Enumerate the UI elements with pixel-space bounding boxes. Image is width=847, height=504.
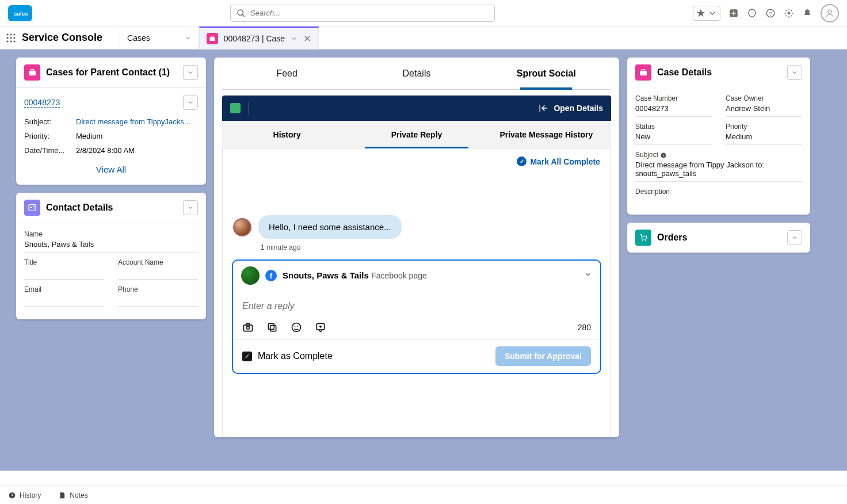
mark-all-label: Mark All Complete [530, 157, 600, 166]
svg-point-28 [292, 323, 301, 332]
orders-card: Orders [627, 223, 810, 253]
priority-label: Priority [726, 123, 802, 131]
info-icon[interactable]: i [660, 152, 667, 159]
subject-label: Subject i [635, 151, 802, 159]
svg-rect-26 [268, 323, 274, 329]
app-name: Service Console [22, 32, 120, 44]
user-avatar[interactable] [821, 4, 839, 22]
utility-history[interactable]: History [8, 491, 41, 499]
title-label: Title [24, 258, 104, 266]
chevron-down-icon [707, 8, 718, 18]
reply-profile-selector[interactable] [584, 270, 592, 281]
open-details-label: Open Details [554, 104, 603, 113]
case-details-title: Case Details [657, 67, 781, 78]
reply-from-name: Snouts, Paws & Tails [283, 270, 369, 280]
open-details-button[interactable]: Open Details [539, 103, 603, 113]
chevron-down-icon[interactable] [185, 35, 192, 41]
contact-details-card: Contact Details Name Snouts, Paws & Tail… [16, 193, 206, 319]
tab-sprout-social[interactable]: Sprout Social [482, 58, 611, 89]
close-tab-icon[interactable] [303, 35, 311, 43]
reply-text-input[interactable] [242, 301, 591, 311]
notifications-bell-icon[interactable] [802, 8, 812, 18]
orders-icon [635, 230, 651, 246]
subject-value[interactable]: Direct message from TippyJacks... [76, 117, 190, 126]
copy-icon[interactable] [266, 322, 278, 333]
saved-reply-icon[interactable] [315, 322, 326, 333]
account-value [118, 268, 198, 280]
description-label: Description [635, 188, 802, 196]
svg-point-1 [238, 10, 243, 15]
mark-all-complete-button[interactable]: ✓ Mark All Complete [517, 156, 600, 166]
subtab-pm-history[interactable]: Private Message History [482, 121, 611, 148]
svg-point-29 [295, 326, 296, 327]
utility-notes[interactable]: Notes [58, 491, 87, 499]
search-input[interactable] [250, 9, 489, 17]
svg-text:?: ? [769, 10, 773, 16]
svg-point-36 [642, 240, 643, 241]
main-detail-card: Feed Details Sprout Social Open Details … [214, 58, 619, 437]
star-icon [696, 8, 706, 18]
tab-feed[interactable]: Feed [222, 58, 352, 89]
svg-rect-27 [270, 326, 276, 331]
status-value: New [635, 132, 712, 145]
nav-tab-cases[interactable]: Cases [120, 26, 199, 49]
help-icon[interactable]: ? [765, 8, 776, 18]
subject-value: Direct message from Tippy Jackson to: sn… [635, 161, 802, 182]
chevron-down-icon [584, 270, 592, 278]
add-icon[interactable] [728, 8, 739, 18]
case-icon [24, 64, 40, 81]
main-tabs: Feed Details Sprout Social [222, 58, 611, 90]
facebook-icon: f [265, 270, 277, 281]
utility-history-label: History [20, 491, 41, 499]
chevron-down-icon[interactable] [291, 35, 297, 42]
case-number-link[interactable]: 00048273 [24, 98, 60, 108]
global-search[interactable] [230, 5, 495, 22]
submit-approval-button[interactable]: Submit for Approval [495, 346, 591, 366]
private-reply-pane: ✓ Mark All Complete Hello, I need some a… [222, 148, 611, 437]
app-launcher-icon[interactable] [0, 33, 22, 43]
svg-rect-20 [30, 70, 33, 71]
mark-complete-label: Mark as Complete [258, 351, 333, 361]
tab-details[interactable]: Details [352, 58, 481, 89]
check-circle-icon: ✓ [517, 156, 526, 166]
char-count: 280 [578, 323, 591, 332]
contact-card-title: Contact Details [46, 203, 177, 213]
reply-composer: f Snouts, Paws & Tails Facebook page [232, 259, 601, 374]
priority-value: Medium [726, 132, 802, 145]
favorites-list-button[interactable] [693, 6, 720, 21]
reply-profile-avatar [241, 266, 260, 285]
workspace-tab-case[interactable]: 00048273 | Case [199, 26, 319, 49]
setup-gear-icon[interactable] [784, 8, 794, 18]
card-menu-button[interactable] [183, 65, 198, 80]
incoming-message: Hello, I need some assistance... [227, 215, 606, 239]
chevron-down-icon [187, 204, 194, 211]
contact-icon [24, 200, 40, 216]
chevron-down-icon [187, 69, 194, 76]
salesforce-logo[interactable]: sales [8, 5, 32, 21]
trailhead-icon[interactable] [747, 8, 757, 18]
datetime-label: Date/Time... [24, 146, 76, 155]
mark-complete-checkbox[interactable]: ✓ [242, 352, 252, 361]
subtab-history[interactable]: History [222, 121, 352, 148]
reply-from-sub: Facebook page [371, 271, 427, 280]
email-label: Email [24, 285, 104, 293]
emoji-icon[interactable] [291, 322, 302, 333]
svg-point-22 [30, 207, 32, 208]
card-menu-button[interactable] [183, 200, 198, 215]
card-menu-button[interactable] [787, 65, 802, 80]
casenum-label: Case Number [635, 94, 712, 102]
phone-value [118, 295, 198, 307]
context-bar: Service Console Cases 00048273 | Case [0, 26, 847, 49]
clock-icon [8, 491, 16, 499]
camera-icon[interactable] [242, 322, 254, 333]
case-details-card: Case Details Case Number 00048273 Case O… [627, 58, 810, 215]
name-value: Snouts, Paws & Tails [24, 240, 198, 253]
sprout-logo-icon [230, 103, 241, 113]
case-row-menu-button[interactable] [183, 95, 198, 110]
card-collapse-button[interactable] [787, 230, 802, 245]
subtab-private-reply[interactable]: Private Reply [352, 121, 481, 148]
datetime-value: 2/8/2024 8:00 AM [76, 146, 135, 155]
global-header: sales ? [0, 0, 847, 26]
view-all-link[interactable]: View All [24, 158, 198, 178]
svg-point-12 [10, 37, 12, 39]
